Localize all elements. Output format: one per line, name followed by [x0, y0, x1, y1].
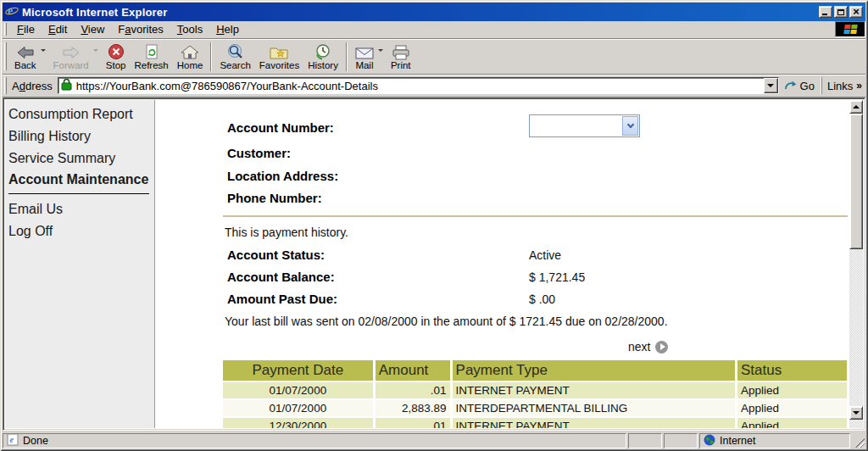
back-icon: [16, 43, 35, 60]
back-dropdown-icon[interactable]: [41, 49, 46, 52]
address-label: Address: [10, 80, 58, 92]
menu-item-help[interactable]: Help: [209, 21, 246, 37]
addressbar-grip[interactable]: [4, 77, 7, 95]
col-header-amount: Amount: [376, 360, 450, 381]
print-icon: [392, 43, 410, 60]
maximize-icon: [837, 9, 844, 15]
account-number-select[interactable]: [529, 114, 640, 137]
svg-text:e: e: [10, 435, 14, 444]
forward-icon: [62, 43, 81, 60]
stop-button[interactable]: Stop: [102, 41, 131, 73]
status-pane: e Done: [3, 433, 626, 448]
close-icon: ×: [853, 8, 860, 16]
browser-viewport: Consumption Report Billing History Servi…: [3, 97, 865, 431]
status-pane-empty: [664, 433, 698, 448]
sidebar-item-billing-history[interactable]: Billing History: [8, 125, 154, 148]
sidebar-item-consumption-report[interactable]: Consumption Report: [8, 103, 154, 125]
sidebar-item-account-maintenance[interactable]: Account Maintenance: [8, 170, 154, 190]
history-icon: [314, 43, 331, 60]
sidebar-item-email-us[interactable]: Email Us: [8, 198, 154, 220]
next-label: next: [628, 340, 650, 354]
cell-payment-date: 01/07/2000: [223, 400, 373, 416]
refresh-button[interactable]: Refresh: [130, 41, 172, 73]
security-zone-pane: Internet: [699, 433, 850, 448]
cell-payment-date: 01/07/2000: [223, 382, 373, 398]
next-page-link[interactable]: next: [628, 340, 668, 354]
col-header-payment-type: Payment Type: [453, 360, 735, 381]
menu-item-view[interactable]: View: [74, 21, 111, 37]
menu-item-edit[interactable]: Edit: [42, 21, 74, 37]
forward-dropdown-icon[interactable]: [93, 49, 98, 52]
home-icon: [181, 43, 199, 60]
table-row: 12/30/2000 .01 INTERNET PAYMENT Applied: [223, 418, 847, 428]
internet-globe-icon: [704, 434, 715, 448]
payment-history-intro: This is payment history.: [225, 226, 348, 239]
account-balance-value: $ 1,721.45: [529, 270, 585, 284]
ie-logo-icon: e: [5, 3, 19, 20]
vertical-scrollbar[interactable]: [849, 100, 863, 428]
select-arrow-button[interactable]: [622, 116, 638, 136]
windows-logo-icon: [835, 21, 865, 37]
mail-dropdown-icon[interactable]: [378, 49, 383, 52]
go-icon: [784, 79, 798, 93]
refresh-icon: [143, 43, 160, 60]
toolbar-grip[interactable]: [4, 42, 7, 70]
minimize-button[interactable]: [819, 6, 832, 18]
cell-payment-type: INTERNET PAYMENT: [453, 418, 735, 428]
go-button[interactable]: Go: [779, 79, 821, 93]
cell-amount: .01: [376, 382, 450, 398]
favorites-button[interactable]: Favorites: [255, 41, 303, 73]
address-input[interactable]: https://YourBank.com@786590867/YourBank-…: [58, 77, 779, 94]
cell-amount: 2,883.89: [376, 400, 450, 416]
history-button[interactable]: History: [303, 41, 342, 73]
cell-payment-type: INTERNET PAYMENT: [453, 382, 735, 398]
scroll-down-button[interactable]: [849, 406, 863, 420]
account-details-page: Account Number: Customer: Location Addre…: [155, 100, 849, 428]
address-dropdown-button[interactable]: [764, 78, 778, 93]
address-url-text: https://YourBank.com@786590867/YourBank-…: [76, 80, 378, 92]
search-button[interactable]: Search: [215, 41, 254, 73]
cell-status: Applied: [737, 400, 847, 416]
account-number-value: [530, 115, 621, 136]
chevron-right-icon: »: [856, 80, 862, 92]
home-button[interactable]: Home: [173, 41, 208, 73]
address-bar: Address https://YourBank.com@786590867/Y…: [3, 75, 865, 97]
zone-text: Internet: [720, 435, 755, 447]
window-title: Microsoft Internet Explorer: [22, 6, 168, 19]
payments-table-header-row: Payment Date Amount Payment Type Status: [223, 360, 847, 381]
cell-payment-date: 12/30/2000: [223, 418, 373, 428]
col-header-payment-date: Payment Date: [223, 360, 373, 381]
cell-payment-type: INTERDEPARTMENTAL BILLING: [453, 400, 735, 416]
forward-button[interactable]: Forward: [49, 41, 93, 73]
toolbar-separator: [210, 42, 212, 71]
maximize-button[interactable]: [834, 6, 848, 18]
cell-status: Applied: [737, 418, 847, 428]
mail-icon: [355, 43, 374, 60]
sidebar-item-service-summary[interactable]: Service Summary: [8, 148, 154, 170]
resize-grip[interactable]: [852, 433, 865, 448]
navigation-sidebar: Consumption Report Billing History Servi…: [5, 100, 155, 428]
menu-item-favorites[interactable]: Favorites: [111, 21, 170, 37]
minimize-icon: [822, 14, 827, 15]
print-button[interactable]: Print: [387, 41, 415, 73]
chevron-down-icon: [626, 121, 633, 128]
location-address-label: Location Address:: [227, 169, 338, 183]
page-done-icon: e: [7, 433, 19, 448]
account-number-label: Account Number:: [227, 120, 334, 135]
mail-button[interactable]: Mail: [351, 41, 378, 73]
sidebar-item-log-off[interactable]: Log Off: [8, 220, 154, 242]
status-pane-empty: [628, 433, 662, 448]
links-button[interactable]: Links »: [821, 77, 865, 94]
back-button[interactable]: Back: [10, 41, 41, 73]
section-divider: [223, 215, 848, 217]
menu-item-file[interactable]: File: [10, 21, 42, 37]
next-arrow-icon[interactable]: [655, 341, 668, 354]
scroll-up-button[interactable]: [849, 100, 863, 114]
chevron-down-icon: [767, 84, 774, 87]
menubar-grip[interactable]: [4, 23, 7, 36]
table-row: 01/07/2000 .01 INTERNET PAYMENT Applied: [223, 382, 847, 398]
close-button[interactable]: ×: [849, 6, 863, 18]
menu-item-tools[interactable]: Tools: [170, 21, 209, 37]
amount-past-due-value: $ .00: [529, 292, 555, 306]
scrollbar-thumb[interactable]: [849, 114, 863, 249]
